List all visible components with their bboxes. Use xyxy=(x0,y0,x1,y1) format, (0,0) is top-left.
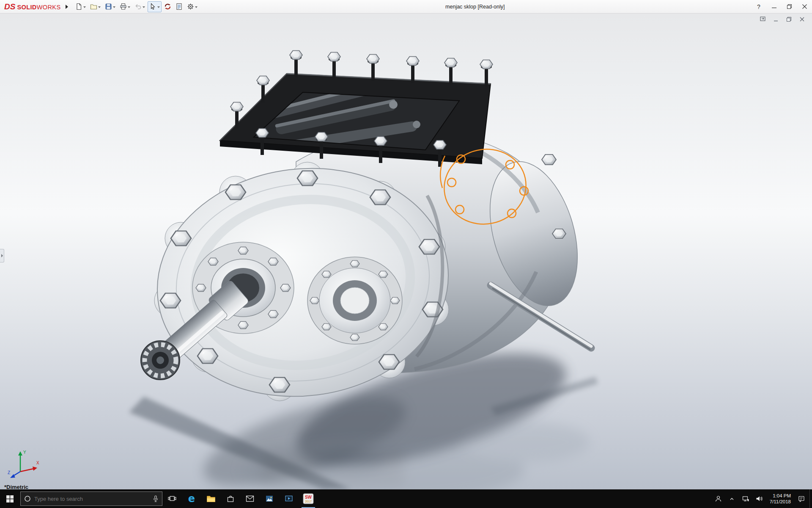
taskbar-app-file-explorer[interactable] xyxy=(201,489,221,508)
triad-z-label: Z xyxy=(8,470,10,475)
spline-end xyxy=(141,341,180,380)
dassault-logo-glyph: DS xyxy=(4,2,15,11)
volume-icon[interactable] xyxy=(755,495,763,502)
toolbar-flyout-arrow[interactable] xyxy=(63,2,70,12)
restore-down-icon xyxy=(787,4,792,9)
photos-icon xyxy=(265,494,274,503)
file-properties-button[interactable] xyxy=(174,1,184,12)
save-button[interactable] xyxy=(103,1,117,12)
save-floppy-icon xyxy=(105,3,112,10)
reattach-document-button[interactable] xyxy=(760,16,766,22)
close-icon xyxy=(799,17,805,22)
dropdown-caret-icon xyxy=(128,6,130,9)
solidworks-window: DS SOLID WORKS xyxy=(0,0,812,508)
minimize-icon xyxy=(773,17,779,22)
rebuild-button[interactable] xyxy=(162,1,173,12)
cortana-icon xyxy=(24,495,31,502)
gearbox-3d-model[interactable] xyxy=(0,14,812,489)
taskbar-app-photos[interactable] xyxy=(260,489,279,508)
taskbar-app-movies-tv[interactable] xyxy=(279,489,299,508)
window-caption-controls: ? xyxy=(751,0,812,14)
taskbar-app-solidworks-2017[interactable]: SW 2017 xyxy=(299,489,318,508)
hidden-icons-chevron[interactable] xyxy=(728,495,736,502)
close-icon xyxy=(802,4,807,9)
action-center-icon[interactable] xyxy=(798,495,805,502)
reattach-window-icon xyxy=(760,17,765,22)
microphone-icon[interactable] xyxy=(153,495,159,502)
store-bag-icon xyxy=(226,494,235,503)
sw-badge-line2: 2017 xyxy=(305,500,312,503)
file-properties-icon xyxy=(176,3,183,10)
select-cursor-icon xyxy=(149,3,156,10)
movies-tv-icon xyxy=(285,495,293,502)
top-cover xyxy=(220,51,493,167)
undo-arrow-icon xyxy=(134,3,142,10)
brand-text-solid: SOLID xyxy=(17,4,36,11)
show-desktop-button[interactable] xyxy=(809,489,812,508)
edge-icon: e xyxy=(188,493,195,505)
document-title: menjac sklop [Read-only] xyxy=(199,4,752,10)
graphics-area[interactable]: Y X Z *Dimetric xyxy=(0,14,812,489)
document-window-controls xyxy=(760,16,805,22)
restore-icon xyxy=(786,17,792,22)
system-tray: 1:04 PM 7/11/2018 xyxy=(715,493,809,505)
quick-access-toolbar xyxy=(74,1,199,12)
print-button[interactable] xyxy=(118,1,132,12)
dropdown-caret-icon xyxy=(98,6,101,9)
dropdown-caret-icon xyxy=(83,6,86,9)
featuremanager-collapse-tab[interactable] xyxy=(0,249,4,262)
options-button[interactable] xyxy=(185,1,199,12)
taskbar-clock[interactable]: 1:04 PM 7/11/2018 xyxy=(769,493,792,505)
help-button[interactable]: ? xyxy=(751,0,766,14)
restore-down-button[interactable] xyxy=(782,0,797,14)
select-tool-button[interactable] xyxy=(148,1,162,12)
gear-icon xyxy=(187,3,194,10)
search-input[interactable] xyxy=(34,496,149,502)
new-document-button[interactable] xyxy=(74,1,88,12)
rebuild-icon xyxy=(164,3,171,10)
minimize-icon xyxy=(772,4,776,9)
taskbar-search-box[interactable] xyxy=(20,491,162,506)
taskbar-app-edge[interactable]: e xyxy=(182,489,201,508)
dropdown-caret-icon xyxy=(195,6,198,9)
task-view-icon xyxy=(168,495,176,502)
new-document-icon xyxy=(75,3,82,10)
start-button[interactable] xyxy=(0,489,19,508)
triad-y-label: Y xyxy=(23,450,26,455)
clock-time: 1:04 PM xyxy=(770,493,791,499)
task-view-button[interactable] xyxy=(162,489,182,508)
mail-envelope-icon xyxy=(246,495,254,502)
sw-badge-line1: SW xyxy=(305,495,312,500)
triad-x-label: X xyxy=(36,461,39,465)
minimize-button[interactable] xyxy=(766,0,782,14)
open-document-button[interactable] xyxy=(88,1,102,12)
windows-logo-icon xyxy=(6,495,14,502)
printer-icon xyxy=(120,3,127,10)
dropdown-caret-icon xyxy=(113,6,115,9)
solidworks-2017-icon: SW 2017 xyxy=(303,493,314,504)
bearing-cover xyxy=(307,257,402,344)
undo-button[interactable] xyxy=(133,1,147,12)
right-triangle-icon xyxy=(66,5,68,9)
restore-document-button[interactable] xyxy=(786,16,792,22)
taskbar-app-mail[interactable] xyxy=(240,489,260,508)
close-document-button[interactable] xyxy=(799,16,805,22)
expand-arrow-icon xyxy=(1,254,3,257)
orientation-triad[interactable]: Y X Z xyxy=(7,444,42,480)
open-folder-icon xyxy=(90,3,97,10)
clock-date: 7/11/2018 xyxy=(770,499,791,505)
file-explorer-icon xyxy=(206,494,216,503)
titlebar: DS SOLID WORKS xyxy=(0,0,812,14)
dropdown-caret-icon xyxy=(157,6,160,9)
network-icon[interactable] xyxy=(742,495,749,502)
solidworks-logo: DS SOLID WORKS xyxy=(0,2,63,11)
minimize-document-button[interactable] xyxy=(773,16,779,22)
brand-text-works: WORKS xyxy=(37,4,61,11)
dropdown-caret-icon xyxy=(143,6,145,9)
close-button[interactable] xyxy=(797,0,812,14)
taskbar-app-store[interactable] xyxy=(221,489,240,508)
people-icon[interactable] xyxy=(715,495,722,502)
taskbar: e xyxy=(0,489,812,508)
